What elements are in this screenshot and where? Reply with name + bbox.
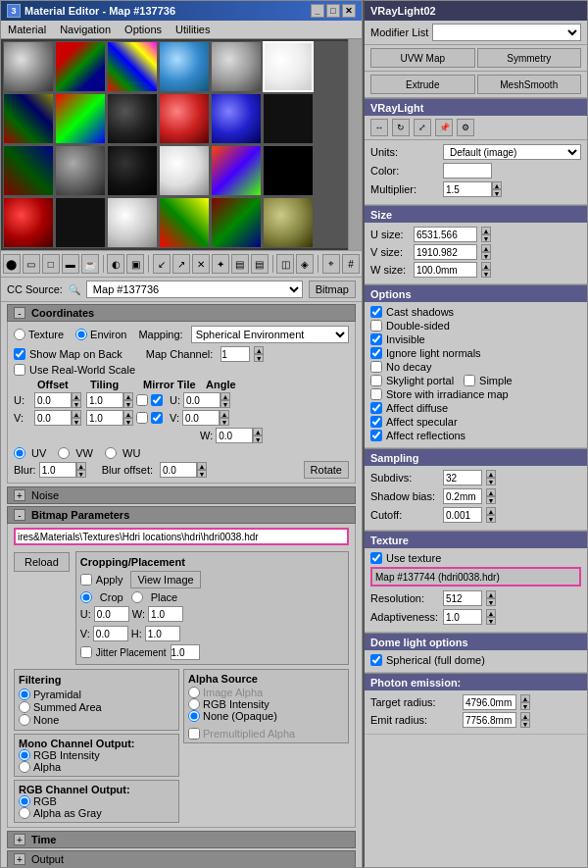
material-thumb-6[interactable]	[263, 41, 314, 92]
material-thumb-14[interactable]	[55, 145, 106, 196]
rgb-radio[interactable]	[19, 795, 30, 807]
tool-plane[interactable]: ▬	[62, 254, 79, 274]
vw-radio[interactable]	[58, 447, 70, 459]
v-offset-input[interactable]: 0.0	[34, 410, 72, 426]
noise-toggle[interactable]: +	[14, 489, 25, 501]
w-size-down[interactable]: ▼	[481, 270, 491, 278]
tool-load[interactable]: ▤	[231, 254, 249, 274]
v-tiling-down[interactable]: ▼	[123, 418, 133, 426]
w-size-input[interactable]: 100.0mm	[414, 262, 477, 278]
material-thumb-10[interactable]	[159, 93, 210, 144]
subdivs-up[interactable]: ▲	[486, 470, 496, 478]
u-size-down[interactable]: ▼	[481, 234, 491, 242]
output-bar[interactable]: + Output	[7, 850, 356, 867]
material-thumb-12[interactable]	[263, 93, 314, 144]
cutoff-input[interactable]: 0.001	[443, 507, 482, 523]
rotate-button[interactable]: Rotate	[304, 461, 349, 479]
material-thumb-13[interactable]	[3, 145, 54, 196]
tool-save[interactable]: ▤	[251, 254, 269, 274]
u-offset-up[interactable]: ▲	[72, 392, 81, 400]
v-angle-input[interactable]: 0.0	[182, 410, 220, 426]
crop-h-input[interactable]: 1.0	[145, 626, 180, 641]
texture-radio[interactable]	[14, 329, 25, 340]
tool-backlight[interactable]: ◐	[107, 254, 124, 274]
emit-radius-input[interactable]: 7756.8mm	[463, 712, 516, 728]
v-size-down[interactable]: ▼	[481, 252, 491, 260]
double-sided-checkbox[interactable]	[370, 320, 382, 332]
tool-sphere[interactable]: ⬤	[3, 254, 21, 274]
tool-shader[interactable]: ◈	[296, 254, 314, 274]
material-thumb-19[interactable]	[3, 197, 54, 248]
bitmap-path-input[interactable]: ires&Materials\Textures\Hdri locations\h…	[14, 528, 349, 545]
bitmap-params-header[interactable]: - Bitmap Parameters	[7, 506, 356, 524]
ignore-light-normals-checkbox[interactable]	[370, 347, 382, 359]
w-angle-down[interactable]: ▼	[253, 435, 263, 443]
pyramidal-radio[interactable]	[19, 689, 30, 700]
u-angle-input[interactable]: 0.0	[183, 392, 220, 408]
affect-diffuse-checkbox[interactable]	[370, 402, 382, 414]
crop-v-input[interactable]: 0.0	[93, 626, 128, 641]
thumb-scrollbar[interactable]	[348, 39, 362, 250]
w-angle-up[interactable]: ▲	[253, 428, 263, 435]
affect-specular-checkbox[interactable]	[370, 416, 382, 428]
map-channel-input[interactable]	[220, 346, 250, 362]
tool-show-map[interactable]: ◫	[276, 254, 294, 274]
material-thumb-22[interactable]	[159, 197, 210, 248]
u-tiling-down[interactable]: ▼	[123, 400, 133, 408]
target-radius-up[interactable]: ▲	[520, 694, 530, 702]
bitmap-params-toggle[interactable]: -	[14, 509, 25, 521]
u-offset-input[interactable]: 0.0	[34, 392, 72, 408]
menu-options[interactable]: Options	[122, 23, 165, 36]
blur-offset-input[interactable]: 0.0	[160, 462, 197, 478]
extrude-button[interactable]: Extrude	[370, 75, 475, 94]
blur-input[interactable]: 1.0	[39, 462, 76, 478]
show-map-checkbox[interactable]	[14, 348, 25, 360]
jitter-input[interactable]: 1.0	[171, 644, 200, 660]
wu-radio[interactable]	[105, 447, 117, 459]
summed-area-radio[interactable]	[19, 701, 30, 713]
jitter-checkbox[interactable]	[80, 646, 92, 658]
shadow-bias-input[interactable]: 0.2mm	[443, 488, 482, 504]
resolution-input[interactable]: 512	[443, 590, 482, 606]
color-swatch[interactable]	[443, 163, 492, 179]
material-thumb-7[interactable]	[3, 93, 54, 144]
map-channel-down[interactable]: ▼	[254, 354, 264, 362]
w-angle-input[interactable]: 0.0	[216, 428, 253, 443]
store-irradiance-checkbox[interactable]	[370, 388, 382, 400]
multiplier-down[interactable]: ▼	[492, 189, 502, 197]
cast-shadows-checkbox[interactable]	[370, 306, 382, 318]
subdivs-down[interactable]: ▼	[486, 478, 496, 485]
config-icon[interactable]: ⚙	[457, 119, 474, 136]
units-dropdown[interactable]: Default (image)	[443, 144, 581, 160]
tool-reset[interactable]: ✕	[192, 254, 210, 274]
shadow-bias-up[interactable]: ▲	[486, 488, 496, 496]
close-button[interactable]: ✕	[342, 4, 356, 18]
mapping-dropdown[interactable]: Spherical Environment	[191, 326, 349, 343]
u-size-up[interactable]: ▲	[481, 227, 491, 234]
adaptiveness-up[interactable]: ▲	[486, 609, 496, 617]
material-thumb-11[interactable]	[211, 93, 262, 144]
blur-offset-up[interactable]: ▲	[197, 462, 207, 470]
crop-radio[interactable]	[80, 591, 92, 603]
invisible-checkbox[interactable]	[370, 333, 382, 345]
coordinates-header[interactable]: - Coordinates	[7, 304, 356, 322]
cc-source-dropdown[interactable]: Map #137736	[86, 281, 303, 298]
cc-type-button[interactable]: Bitmap	[309, 281, 356, 298]
map-channel-up[interactable]: ▲	[254, 346, 264, 354]
material-thumb-16[interactable]	[159, 145, 210, 196]
adaptiveness-down[interactable]: ▼	[486, 617, 496, 625]
simple-checkbox[interactable]	[464, 375, 475, 386]
blur-up[interactable]: ▲	[76, 462, 86, 470]
menu-utilities[interactable]: Utilities	[172, 23, 213, 36]
v-offset-down[interactable]: ▼	[72, 418, 81, 426]
v-angle-down[interactable]: ▼	[220, 418, 229, 426]
w-size-up[interactable]: ▲	[481, 262, 491, 270]
u-mirror-checkbox[interactable]	[136, 394, 148, 406]
material-thumb-2[interactable]	[55, 41, 106, 92]
v-size-up[interactable]: ▲	[481, 244, 491, 252]
u-offset-down[interactable]: ▼	[72, 400, 81, 408]
rotate-icon[interactable]: ↻	[392, 119, 410, 136]
v-offset-up[interactable]: ▲	[72, 410, 81, 418]
move-icon[interactable]: ↔	[370, 119, 388, 136]
u-tile-checkbox[interactable]	[151, 394, 163, 406]
